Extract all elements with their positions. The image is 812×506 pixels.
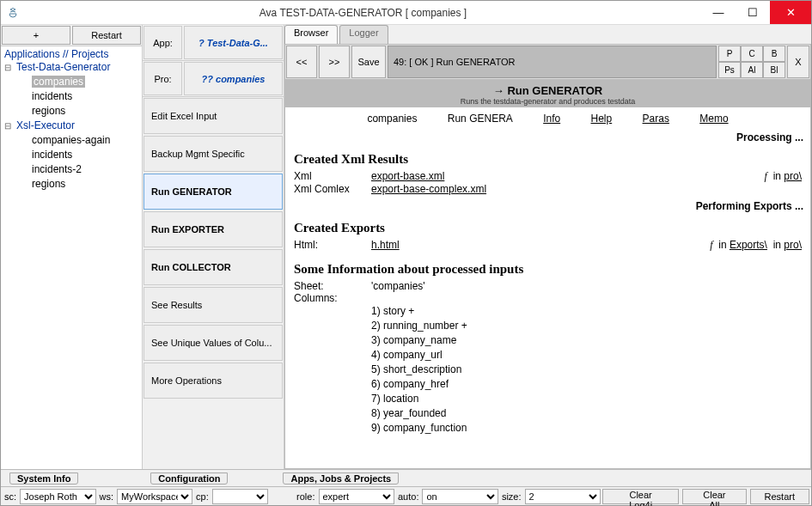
pro-link[interactable]: pro\ [784, 170, 802, 182]
right-panel: Browser Logger << >> Save 49: [ OK ] Run… [284, 25, 811, 469]
save-button[interactable]: Save [351, 46, 386, 78]
link-paras[interactable]: Paras [643, 113, 669, 125]
export-base-complex-link[interactable]: export-base-complex.xml [371, 183, 486, 195]
xml-complex-label: Xml Comlex [294, 183, 371, 195]
ps-button[interactable]: Ps [718, 62, 741, 78]
forward-button[interactable]: >> [319, 46, 350, 78]
pro-label: Pro: [143, 62, 182, 95]
tree-leaf-regions[interactable]: regions [4, 104, 138, 119]
clear-all-button[interactable]: Clear All [682, 489, 746, 504]
column-item: 6) company_href [371, 377, 802, 392]
app-value[interactable]: ? Test-Data-G... [184, 26, 283, 59]
restart-button[interactable]: Restart [750, 489, 809, 504]
generator-links: companies Run GENERA Info Help Paras Mem… [285, 107, 810, 130]
back-button[interactable]: << [286, 46, 317, 78]
sc-label: sc: [1, 491, 20, 502]
x-button[interactable]: X [787, 46, 809, 78]
column-item: 2) running_number + [371, 319, 802, 333]
al-button[interactable]: Al [741, 62, 763, 78]
b-button[interactable]: B [763, 46, 785, 62]
role-select[interactable]: expert [319, 489, 394, 504]
more-operations-button[interactable]: More Operations [143, 363, 283, 399]
close-button[interactable]: ✕ [770, 1, 811, 24]
run-collector-button[interactable]: Run COLLECTOR [143, 249, 283, 285]
generator-header: → Run GENERATOR Runs the testdata-genera… [285, 81, 810, 107]
link-memo[interactable]: Memo [699, 113, 728, 125]
tree-leaf-companies-again[interactable]: companies-again [4, 133, 138, 148]
cp-select[interactable] [212, 489, 268, 504]
some-info-heading: Some Information about processed inputs [294, 262, 802, 277]
java-icon [6, 6, 20, 20]
performing-exports-text: Performing Exports ... [285, 198, 810, 214]
tab-browser[interactable]: Browser [284, 25, 338, 44]
role-label: role: [293, 491, 318, 502]
status-tabs: System Info Configuration Apps, Jobs & P… [1, 469, 811, 486]
link-help[interactable]: Help [591, 113, 613, 125]
exports-link[interactable]: Exports\ [730, 239, 767, 251]
left-panel: + Restart Applications // Projects Test-… [1, 25, 143, 469]
bl-button[interactable]: Bl [763, 62, 785, 78]
tree-leaf-incidents[interactable]: incidents [4, 89, 138, 104]
size-select[interactable]: 2 [525, 489, 601, 504]
tree-root[interactable]: Applications // Projects [4, 48, 138, 60]
link-info[interactable]: Info [543, 113, 560, 125]
edit-excel-button[interactable]: Edit Excel Input [143, 98, 283, 134]
tree-leaf-regions-2[interactable]: regions [4, 177, 138, 192]
c-button[interactable]: C [741, 46, 763, 62]
processing-text: Processing ... [285, 130, 810, 145]
link-companies: companies [367, 113, 417, 125]
export-base-link[interactable]: export-base.xml [371, 170, 444, 182]
size-label: size: [498, 491, 525, 502]
restart-tree-button[interactable]: Restart [72, 26, 141, 45]
maximize-button[interactable]: ☐ [736, 1, 770, 24]
ws-select[interactable]: MyWorkspace [117, 489, 192, 504]
format-button-grid: P C B Ps Al Bl [718, 46, 785, 78]
titlebar: Ava TEST-DATA-GENERATOR [ companies ] — … [1, 1, 811, 25]
system-info-tab[interactable]: System Info [9, 472, 78, 485]
cp-label: cp: [192, 491, 212, 502]
bottom-bar: sc: Joseph Roth ws: MyWorkspace cp: role… [1, 486, 811, 505]
mid-panel: App: ? Test-Data-G... Pro: ?? companies … [143, 25, 284, 469]
columns-label: Columns: [294, 292, 371, 304]
browser-viewport[interactable]: → Run GENERATOR Runs the testdata-genera… [284, 80, 811, 469]
columns-list: 1) story + 2) running_number + 3) compan… [294, 304, 802, 436]
apps-jobs-projects-tab[interactable]: Apps, Jobs & Projects [283, 472, 399, 485]
clear-log4j-button[interactable]: Clear Log4j [602, 489, 679, 504]
backup-mgmt-button[interactable]: Backup Mgmt Specific [143, 136, 283, 172]
run-exporter-button[interactable]: Run EXPORTER [143, 211, 283, 247]
auto-select[interactable]: on [422, 489, 498, 504]
projects-tree[interactable]: Applications // Projects Test-Data-Gener… [1, 46, 142, 469]
column-item: 5) short_description [371, 363, 802, 377]
generator-subtitle: Runs the testdata-generator and produces… [285, 97, 810, 106]
column-item: 1) story + [371, 304, 802, 319]
minimize-button[interactable]: — [701, 1, 736, 24]
add-button[interactable]: + [2, 26, 70, 45]
tree-leaf-companies[interactable]: companies [4, 75, 138, 89]
column-item: 8) year_founded [371, 406, 802, 421]
tab-logger[interactable]: Logger [339, 25, 388, 44]
p-button[interactable]: P [718, 46, 741, 62]
pro-value[interactable]: ?? companies [184, 62, 283, 95]
html-label: Html: [294, 239, 371, 252]
pro-link-2[interactable]: pro\ [784, 239, 802, 251]
see-results-button[interactable]: See Results [143, 287, 283, 323]
column-item: 7) location [371, 392, 802, 406]
link-run-genera: Run GENERA [448, 113, 513, 125]
generator-title: → Run GENERATOR [285, 84, 810, 97]
tree-leaf-incidents-2b[interactable]: incidents-2 [4, 162, 138, 177]
app-label: App: [143, 26, 182, 59]
see-unique-values-button[interactable]: See Unique Values of Colu... [143, 325, 283, 361]
column-item: 4) company_url [371, 348, 802, 363]
tree-leaf-incidents-2[interactable]: incidents [4, 148, 138, 162]
configuration-tab[interactable]: Configuration [150, 472, 228, 485]
xml-label: Xml [294, 170, 371, 183]
browser-toolbar: << >> Save 49: [ OK ] Run GENERATOR P C … [284, 44, 811, 80]
sc-select[interactable]: Joseph Roth [20, 489, 95, 504]
tree-folder-test-data-generator[interactable]: Test-Data-Generator [4, 60, 138, 75]
column-item: 9) company_function [371, 421, 802, 436]
tree-folder-xsl-executor[interactable]: Xsl-Executor [4, 119, 138, 133]
status-text: 49: [ OK ] Run GENERATOR [388, 46, 717, 78]
run-generator-button[interactable]: Run GENERATOR [143, 174, 283, 210]
h-html-link[interactable]: h.html [371, 239, 400, 251]
sheet-label: Sheet: [294, 280, 371, 292]
